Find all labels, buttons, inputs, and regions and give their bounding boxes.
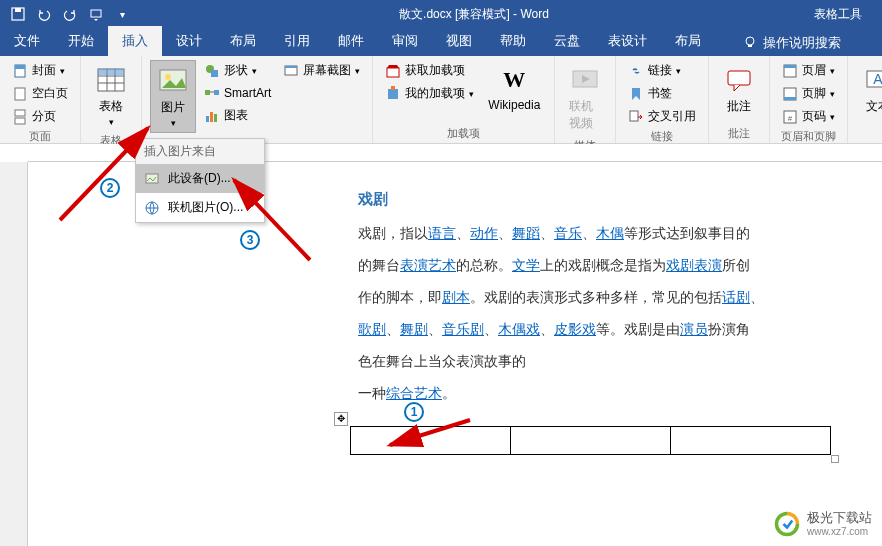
link-opera[interactable]: 歌剧 (358, 321, 386, 337)
svg-rect-2 (91, 10, 101, 17)
link-compart[interactable]: 综合艺术 (386, 385, 442, 401)
link-dancedrama[interactable]: 舞剧 (400, 321, 428, 337)
smartart-button[interactable]: SmartArt (200, 83, 275, 103)
cover-page-button[interactable]: 封面 ▾ (8, 60, 72, 81)
footer-button[interactable]: 页脚 ▾ (778, 83, 839, 104)
link-literature[interactable]: 文学 (512, 257, 540, 273)
addins-icon (385, 86, 401, 102)
tab-table-layout[interactable]: 布局 (661, 26, 715, 56)
header-button[interactable]: 页眉 ▾ (778, 60, 839, 81)
pagenum-icon: # (782, 109, 798, 125)
from-device-item[interactable]: 此设备(D)... (136, 164, 264, 193)
cover-page-icon (12, 63, 28, 79)
group-addins: 获取加载项 我的加载项 ▾ W Wikipedia 加载项 (373, 56, 555, 143)
tab-insert[interactable]: 插入 (108, 26, 162, 56)
tab-view[interactable]: 视图 (432, 26, 486, 56)
dropdown-header: 插入图片来自 (136, 139, 264, 164)
svg-text:#: # (788, 114, 793, 123)
page-break-button[interactable]: 分页 (8, 106, 72, 127)
tab-references[interactable]: 引用 (270, 26, 324, 56)
tab-design[interactable]: 设计 (162, 26, 216, 56)
svg-rect-1 (15, 8, 21, 12)
page-number-button[interactable]: #页码 ▾ (778, 106, 839, 127)
paragraph: 一种综合艺术。 (358, 377, 838, 409)
link-dance[interactable]: 舞蹈 (512, 225, 540, 241)
link-shadow[interactable]: 皮影戏 (554, 321, 596, 337)
pictures-icon (157, 65, 189, 97)
svg-rect-8 (15, 110, 25, 116)
redo-button[interactable] (58, 2, 82, 26)
svg-rect-27 (285, 66, 297, 68)
pictures-button[interactable]: 图片▾ (150, 60, 196, 133)
svg-rect-23 (206, 116, 209, 122)
my-addins-button[interactable]: 我的加载项 ▾ (381, 83, 478, 104)
vertical-ruler[interactable] (0, 162, 28, 546)
group-label-links: 链接 (624, 127, 700, 144)
link-actor[interactable]: 演员 (680, 321, 708, 337)
paragraph: 色在舞台上当众表演故事的 (358, 345, 838, 377)
table-move-handle[interactable]: ✥ (334, 412, 348, 426)
tab-file[interactable]: 文件 (0, 26, 54, 56)
tab-layout[interactable]: 布局 (216, 26, 270, 56)
comment-button[interactable]: 批注 (717, 60, 761, 119)
contextual-tab-label: 表格工具 (814, 6, 882, 23)
store-icon (385, 63, 401, 79)
qat-more-button[interactable]: ▾ (110, 2, 134, 26)
link-perfart[interactable]: 表演艺术 (400, 257, 456, 273)
watermark-logo-icon (773, 510, 801, 538)
textbox-button[interactable]: A 文本 (856, 60, 882, 119)
group-text: A 文本 (848, 56, 882, 143)
shapes-button[interactable]: 形状 ▾ (200, 60, 275, 81)
paragraph: 作的脚本，即剧本。戏剧的表演形式多种多样，常见的包括话剧、 (358, 281, 838, 313)
tab-mailings[interactable]: 邮件 (324, 26, 378, 56)
bookmark-icon (628, 86, 644, 102)
link-puppet[interactable]: 木偶 (596, 225, 624, 241)
online-pictures-label: 联机图片(O)... (168, 199, 243, 216)
svg-rect-21 (214, 90, 219, 95)
comment-icon (723, 64, 755, 96)
link-script[interactable]: 剧本 (442, 289, 470, 305)
svg-rect-30 (391, 86, 395, 90)
svg-rect-25 (214, 114, 217, 122)
tab-table-design[interactable]: 表设计 (594, 26, 661, 56)
qat-customize-button[interactable] (84, 2, 108, 26)
bookmark-button[interactable]: 书签 (624, 83, 700, 104)
undo-button[interactable] (32, 2, 56, 26)
table-button[interactable]: 表格▾ (89, 60, 133, 131)
document-body[interactable]: 戏剧 戏剧，指以语言、动作、舞蹈、音乐、木偶等形式达到叙事目的 的舞台表演艺术的… (358, 182, 838, 410)
document-table[interactable]: ✥ (350, 426, 831, 455)
doc-heading: 戏剧 (358, 182, 838, 217)
chart-button[interactable]: 图表 (200, 105, 275, 126)
online-pictures-item[interactable]: 联机图片(O)... (136, 193, 264, 222)
table-resize-handle[interactable] (831, 455, 839, 463)
link-action[interactable]: 动作 (470, 225, 498, 241)
link-dramaperf[interactable]: 戏剧表演 (666, 257, 722, 273)
tell-me-label: 操作说明搜索 (763, 34, 841, 52)
svg-rect-7 (15, 88, 25, 100)
online-video-button[interactable]: 联机视频 (563, 60, 607, 136)
wikipedia-button[interactable]: W Wikipedia (482, 60, 546, 116)
link-music[interactable]: 音乐 (554, 225, 582, 241)
link-puppetshow[interactable]: 木偶戏 (498, 321, 540, 337)
tab-review[interactable]: 审阅 (378, 26, 432, 56)
svg-rect-19 (211, 70, 218, 77)
blank-page-button[interactable]: 空白页 (8, 83, 72, 104)
link-spoken[interactable]: 话剧 (722, 289, 750, 305)
tab-cloud[interactable]: 云盘 (540, 26, 594, 56)
get-addins-button[interactable]: 获取加载项 (381, 60, 478, 81)
screenshot-button[interactable]: 屏幕截图 ▾ (279, 60, 364, 81)
link-button[interactable]: 链接 ▾ (624, 60, 700, 81)
shapes-icon (204, 63, 220, 79)
tab-help[interactable]: 帮助 (486, 26, 540, 56)
svg-text:A: A (874, 71, 882, 87)
svg-rect-4 (748, 45, 752, 47)
table-row[interactable] (351, 427, 831, 455)
link-language[interactable]: 语言 (428, 225, 456, 241)
crossref-button[interactable]: 交叉引用 (624, 106, 700, 127)
tell-me-search[interactable]: 操作说明搜索 (735, 30, 849, 56)
paragraph: 戏剧，指以语言、动作、舞蹈、音乐、木偶等形式达到叙事目的 (358, 217, 838, 249)
save-button[interactable] (6, 2, 30, 26)
svg-rect-20 (205, 90, 210, 95)
tab-home[interactable]: 开始 (54, 26, 108, 56)
link-musical[interactable]: 音乐剧 (442, 321, 484, 337)
